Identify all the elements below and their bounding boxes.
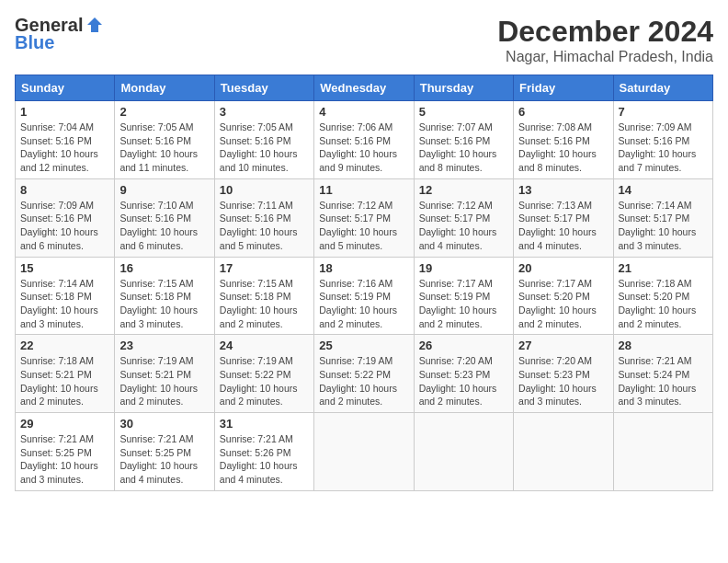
day-21: 21 Sunrise: 7:18 AM Sunset: 5:20 PM Dayl…	[613, 257, 712, 335]
day-info: Sunrise: 7:20 AM Sunset: 5:23 PM Dayligh…	[419, 354, 508, 408]
day-13: 13 Sunrise: 7:13 AM Sunset: 5:17 PM Dayl…	[514, 178, 613, 257]
day-number: 25	[319, 339, 408, 352]
day-number: 29	[20, 417, 109, 431]
day-info: Sunrise: 7:21 AM Sunset: 5:25 PM Dayligh…	[20, 432, 109, 487]
day-5: 5 Sunrise: 7:07 AM Sunset: 5:16 PM Dayli…	[414, 101, 513, 179]
day-info: Sunrise: 7:19 AM Sunset: 5:22 PM Dayligh…	[220, 354, 309, 408]
day-info: Sunrise: 7:09 AM Sunset: 5:16 PM Dayligh…	[20, 199, 109, 253]
day-number: 24	[220, 339, 309, 352]
day-8: 8 Sunrise: 7:09 AM Sunset: 5:16 PM Dayli…	[16, 178, 115, 257]
day-info: Sunrise: 7:21 AM Sunset: 5:25 PM Dayligh…	[119, 432, 209, 487]
empty-cell	[514, 413, 613, 491]
day-15: 15 Sunrise: 7:14 AM Sunset: 5:18 PM Dayl…	[16, 257, 115, 335]
logo: General Blue	[15, 15, 105, 53]
day-10: 10 Sunrise: 7:11 AM Sunset: 5:16 PM Dayl…	[214, 178, 313, 257]
day-12: 12 Sunrise: 7:12 AM Sunset: 5:17 PM Dayl…	[414, 178, 513, 257]
day-23: 23 Sunrise: 7:19 AM Sunset: 5:21 PM Dayl…	[115, 335, 214, 413]
day-info: Sunrise: 7:17 AM Sunset: 5:20 PM Dayligh…	[518, 277, 608, 331]
logo-blue: Blue	[15, 32, 54, 53]
day-number: 26	[419, 339, 508, 352]
day-info: Sunrise: 7:21 AM Sunset: 5:26 PM Dayligh…	[220, 432, 309, 487]
calendar-table: Sunday Monday Tuesday Wednesday Thursday…	[15, 75, 713, 491]
day-number: 5	[419, 105, 508, 119]
day-number: 15	[20, 261, 109, 275]
day-17: 17 Sunrise: 7:15 AM Sunset: 5:18 PM Dayl…	[214, 257, 313, 335]
day-number: 9	[119, 183, 209, 197]
header-sunday: Sunday	[16, 75, 115, 101]
month-title: December 2024	[497, 15, 713, 49]
header-saturday: Saturday	[613, 75, 712, 101]
day-27: 27 Sunrise: 7:20 AM Sunset: 5:23 PM Dayl…	[514, 335, 613, 413]
day-6: 6 Sunrise: 7:08 AM Sunset: 5:16 PM Dayli…	[514, 101, 613, 179]
location-title: Nagar, Himachal Pradesh, India	[497, 49, 713, 65]
day-number: 19	[419, 261, 508, 275]
day-info: Sunrise: 7:14 AM Sunset: 5:18 PM Dayligh…	[20, 277, 109, 331]
day-number: 6	[518, 105, 608, 119]
header-thursday: Thursday	[414, 75, 513, 101]
day-info: Sunrise: 7:06 AM Sunset: 5:16 PM Dayligh…	[319, 121, 408, 175]
day-number: 28	[619, 339, 708, 352]
day-number: 4	[319, 105, 408, 119]
page-header: General Blue December 2024 Nagar, Himach…	[15, 15, 713, 65]
day-info: Sunrise: 7:17 AM Sunset: 5:19 PM Dayligh…	[419, 277, 508, 331]
day-info: Sunrise: 7:12 AM Sunset: 5:17 PM Dayligh…	[419, 199, 508, 253]
day-2: 2 Sunrise: 7:05 AM Sunset: 5:16 PM Dayli…	[115, 101, 214, 179]
day-number: 21	[619, 261, 708, 275]
day-info: Sunrise: 7:15 AM Sunset: 5:18 PM Dayligh…	[119, 277, 209, 331]
day-20: 20 Sunrise: 7:17 AM Sunset: 5:20 PM Dayl…	[514, 257, 613, 335]
day-28: 28 Sunrise: 7:21 AM Sunset: 5:24 PM Dayl…	[613, 335, 712, 413]
day-number: 8	[20, 183, 109, 197]
day-info: Sunrise: 7:18 AM Sunset: 5:21 PM Dayligh…	[20, 354, 109, 408]
day-24: 24 Sunrise: 7:19 AM Sunset: 5:22 PM Dayl…	[214, 335, 313, 413]
header-monday: Monday	[115, 75, 214, 101]
day-number: 30	[119, 417, 209, 431]
logo-icon	[85, 15, 105, 35]
day-info: Sunrise: 7:04 AM Sunset: 5:16 PM Dayligh…	[20, 121, 109, 175]
day-info: Sunrise: 7:19 AM Sunset: 5:21 PM Dayligh…	[119, 354, 209, 408]
day-info: Sunrise: 7:19 AM Sunset: 5:22 PM Dayligh…	[319, 354, 408, 408]
day-number: 23	[119, 339, 209, 352]
day-info: Sunrise: 7:16 AM Sunset: 5:19 PM Dayligh…	[319, 277, 408, 331]
day-info: Sunrise: 7:20 AM Sunset: 5:23 PM Dayligh…	[518, 354, 608, 408]
day-26: 26 Sunrise: 7:20 AM Sunset: 5:23 PM Dayl…	[414, 335, 513, 413]
day-number: 10	[220, 183, 309, 197]
day-info: Sunrise: 7:11 AM Sunset: 5:16 PM Dayligh…	[220, 199, 309, 253]
day-30: 30 Sunrise: 7:21 AM Sunset: 5:25 PM Dayl…	[115, 413, 214, 491]
day-info: Sunrise: 7:10 AM Sunset: 5:16 PM Dayligh…	[119, 199, 209, 253]
day-25: 25 Sunrise: 7:19 AM Sunset: 5:22 PM Dayl…	[314, 335, 414, 413]
empty-cell	[414, 413, 513, 491]
day-info: Sunrise: 7:12 AM Sunset: 5:17 PM Dayligh…	[319, 199, 408, 253]
day-number: 3	[220, 105, 309, 119]
day-number: 1	[20, 105, 109, 119]
header-friday: Friday	[514, 75, 613, 101]
empty-cell	[314, 413, 414, 491]
day-number: 14	[619, 183, 708, 197]
day-info: Sunrise: 7:07 AM Sunset: 5:16 PM Dayligh…	[419, 121, 508, 175]
day-number: 20	[518, 261, 608, 275]
day-31: 31 Sunrise: 7:21 AM Sunset: 5:26 PM Dayl…	[214, 413, 313, 491]
day-info: Sunrise: 7:05 AM Sunset: 5:16 PM Dayligh…	[220, 121, 309, 175]
day-number: 13	[518, 183, 608, 197]
day-22: 22 Sunrise: 7:18 AM Sunset: 5:21 PM Dayl…	[16, 335, 115, 413]
empty-cell	[613, 413, 712, 491]
day-info: Sunrise: 7:15 AM Sunset: 5:18 PM Dayligh…	[220, 277, 309, 331]
day-number: 2	[119, 105, 209, 119]
day-number: 11	[319, 183, 408, 197]
day-7: 7 Sunrise: 7:09 AM Sunset: 5:16 PM Dayli…	[613, 101, 712, 179]
title-area: December 2024 Nagar, Himachal Pradesh, I…	[497, 15, 713, 65]
day-11: 11 Sunrise: 7:12 AM Sunset: 5:17 PM Dayl…	[314, 178, 414, 257]
day-19: 19 Sunrise: 7:17 AM Sunset: 5:19 PM Dayl…	[414, 257, 513, 335]
header-tuesday: Tuesday	[214, 75, 313, 101]
day-14: 14 Sunrise: 7:14 AM Sunset: 5:17 PM Dayl…	[613, 178, 712, 257]
day-29: 29 Sunrise: 7:21 AM Sunset: 5:25 PM Dayl…	[16, 413, 115, 491]
day-number: 22	[20, 339, 109, 352]
day-number: 17	[220, 261, 309, 275]
header-wednesday: Wednesday	[314, 75, 414, 101]
day-number: 18	[319, 261, 408, 275]
day-number: 31	[220, 417, 309, 431]
day-info: Sunrise: 7:05 AM Sunset: 5:16 PM Dayligh…	[119, 121, 209, 175]
day-info: Sunrise: 7:09 AM Sunset: 5:16 PM Dayligh…	[619, 121, 708, 175]
day-9: 9 Sunrise: 7:10 AM Sunset: 5:16 PM Dayli…	[115, 178, 214, 257]
day-number: 7	[619, 105, 708, 119]
day-18: 18 Sunrise: 7:16 AM Sunset: 5:19 PM Dayl…	[314, 257, 414, 335]
